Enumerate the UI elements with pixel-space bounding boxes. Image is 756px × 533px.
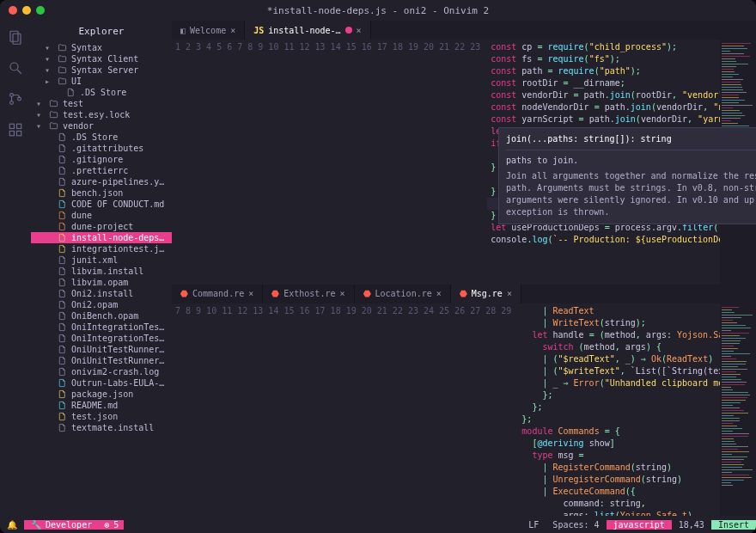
tree-file[interactable]: textmate.install xyxy=(31,422,172,433)
folder-icon xyxy=(57,65,67,75)
editor-tab[interactable]: ⬣Location.re× xyxy=(355,285,451,303)
editor-tab[interactable]: ⬣Exthost.re× xyxy=(263,285,354,303)
tree-label: test xyxy=(63,99,168,108)
file-icon xyxy=(57,389,67,399)
svg-point-2 xyxy=(10,63,18,70)
tree-file[interactable]: install-node-deps.js xyxy=(31,232,172,243)
tree-file[interactable]: .gitattributes xyxy=(31,143,172,154)
tree-label: .DS_Store xyxy=(80,88,168,97)
status-language[interactable]: javascript xyxy=(607,520,672,530)
status-mode[interactable]: Insert xyxy=(711,520,756,530)
tree-file[interactable]: OniBench.opam xyxy=(31,310,172,322)
svg-point-5 xyxy=(10,101,14,105)
tree-file[interactable]: dune xyxy=(31,210,172,221)
tree-file[interactable]: bench.json xyxy=(31,187,172,199)
file-icon xyxy=(57,356,67,365)
tree-label: bench.json xyxy=(71,188,168,198)
file-icon xyxy=(57,401,67,410)
tree-label: OniUnitTestRunner.install xyxy=(71,345,168,354)
editor-tab[interactable]: ⬣Command.re× xyxy=(172,285,263,303)
tree-file[interactable]: onivim2-crash.log xyxy=(31,366,172,377)
wrench-icon: 🔧 xyxy=(31,520,41,530)
tree-file[interactable]: .gitignore xyxy=(31,154,172,165)
tree-file[interactable]: test.json xyxy=(31,411,172,422)
file-icon xyxy=(57,188,67,198)
file-icon xyxy=(57,155,67,164)
editor-tab[interactable]: ⬣Msg.re× xyxy=(451,285,521,303)
tree-file[interactable]: Oni2.opam xyxy=(31,299,172,310)
cube-icon: ◧ xyxy=(180,26,186,35)
reason-icon: ⬣ xyxy=(363,289,371,298)
close-icon[interactable]: × xyxy=(339,289,344,298)
tree-file[interactable]: integrationtest.json xyxy=(31,243,172,254)
tree-label: Syntax_Client xyxy=(71,54,168,64)
mode-developer[interactable]: 🔧Developer xyxy=(24,520,99,530)
chevron-icon: ▾ xyxy=(36,110,44,119)
status-eol[interactable]: LF xyxy=(521,520,546,530)
editor-tab[interactable]: JSinstall-node-…× xyxy=(245,21,370,40)
tree-file[interactable]: .DS_Store xyxy=(31,87,172,98)
folder-icon xyxy=(57,54,67,64)
close-window[interactable] xyxy=(9,6,17,15)
code-editor-bottom[interactable]: | ReadText | WriteText(string); let hand… xyxy=(518,303,720,516)
close-icon[interactable]: × xyxy=(507,289,512,298)
tree-label: junit.xml xyxy=(71,255,168,265)
files-icon[interactable] xyxy=(8,29,23,46)
tree-file[interactable]: libvim.install xyxy=(31,266,172,277)
tree-file[interactable]: .DS_Store xyxy=(31,132,172,143)
file-icon xyxy=(57,289,67,298)
activity-bar xyxy=(0,21,31,516)
tree-folder[interactable]: ▾test xyxy=(31,98,172,109)
status-position[interactable]: 18,43 xyxy=(672,520,711,530)
bell-icon[interactable]: 🔔 xyxy=(0,520,24,530)
tree-file[interactable]: .prettierrc xyxy=(31,165,172,176)
minimap-bottom[interactable] xyxy=(720,303,756,516)
tree-file[interactable]: OniIntegrationTests.install xyxy=(31,322,172,333)
tree-folder[interactable]: ▾Syntax_Client xyxy=(31,53,172,64)
tree-file[interactable]: Outrun-Labs-EULA-v1.1.md xyxy=(31,377,172,389)
tab-label: Location.re xyxy=(375,289,432,298)
tree-file[interactable]: OniUnitTestRunner.install xyxy=(31,344,172,355)
extensions-icon[interactable] xyxy=(8,122,23,139)
tree-label: integrationtest.json xyxy=(71,244,168,254)
tree-file[interactable]: junit.xml xyxy=(31,254,172,266)
search-icon[interactable] xyxy=(8,60,23,77)
svg-point-6 xyxy=(18,97,21,101)
minimize-window[interactable] xyxy=(22,6,31,15)
tree-file[interactable]: CODE_OF_CONDUCT.md xyxy=(31,199,172,210)
tree-label: UI xyxy=(71,77,168,86)
tree-file[interactable]: Oni2.install xyxy=(31,288,172,299)
error-count[interactable]: ⊗5 xyxy=(99,520,124,530)
tree-file[interactable]: OniIntegrationTests.opam xyxy=(31,333,172,344)
tree-label: libvim.opam xyxy=(71,278,168,287)
tree-folder[interactable]: ▾test.esy.lock xyxy=(31,109,172,120)
tree-file[interactable]: OniUnitTestRunner.opam xyxy=(31,355,172,366)
line-gutter: 7 8 9 10 11 12 13 14 15 16 17 18 19 20 2… xyxy=(172,303,518,516)
tree-folder[interactable]: ▾vendor xyxy=(31,120,172,132)
tree-folder[interactable]: ▸UI xyxy=(31,76,172,87)
maximize-window[interactable] xyxy=(36,6,45,15)
tree-file[interactable]: azure-pipelines.yml xyxy=(31,176,172,187)
close-icon[interactable]: × xyxy=(357,26,362,35)
tree-folder[interactable]: ▾Syntax_Server xyxy=(31,64,172,76)
close-icon[interactable]: × xyxy=(230,26,235,35)
error-icon: ⊗ xyxy=(104,520,109,530)
tree-file[interactable]: README.md xyxy=(31,400,172,411)
tree-label: .prettierrc xyxy=(71,166,168,175)
reason-icon: ⬣ xyxy=(271,289,279,298)
status-spaces[interactable]: Spaces: 4 xyxy=(546,520,606,530)
editor-tabs-top: ◧Welcome×JSinstall-node-…× xyxy=(172,21,756,40)
tree-label: OniIntegrationTests.install xyxy=(71,322,168,332)
close-icon[interactable]: × xyxy=(248,289,253,298)
modified-dot-icon xyxy=(345,27,352,34)
editor-tab[interactable]: ◧Welcome× xyxy=(172,21,245,40)
tree-folder[interactable]: ▾Syntax xyxy=(31,42,172,53)
window-title: *install-node-deps.js - oni2 - Onivim 2 xyxy=(0,5,756,16)
tree-file[interactable]: dune-project xyxy=(31,221,172,232)
tree-file[interactable]: libvim.opam xyxy=(31,277,172,288)
tree-label: .gitattributes xyxy=(71,144,168,153)
close-icon[interactable]: × xyxy=(436,289,442,298)
chevron-icon: ▾ xyxy=(45,65,52,75)
tree-file[interactable]: package.json xyxy=(31,389,172,400)
scm-icon[interactable] xyxy=(8,91,23,108)
